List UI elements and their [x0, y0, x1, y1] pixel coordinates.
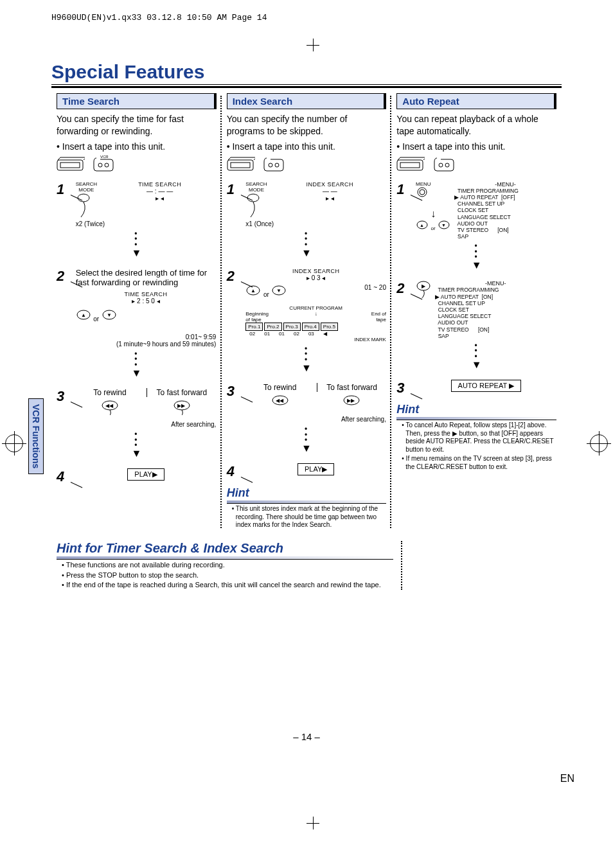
index-mark-label: INDEX MARK [245, 337, 386, 342]
down-button-icon: ▼ [102, 308, 117, 321]
current-program-label: CURRENT PROGRAM [245, 305, 386, 311]
up-button-icon: ▲ [245, 284, 261, 297]
svg-point-31 [418, 188, 427, 197]
crop-mark-icon [590, 434, 608, 452]
step-number: 1 [57, 181, 71, 198]
svg-rect-0 [57, 160, 83, 170]
or-label: or [263, 291, 269, 298]
menu-list: TIMER PROGRAMMING ▶ AUTO REPEAT [ON] CHA… [435, 287, 556, 339]
arrow-down-icon: ↓ [315, 311, 317, 323]
after-searching-label: After searching, [245, 416, 386, 423]
hint-text: • These functions are not available duri… [62, 561, 393, 570]
page-number: – 14 – [51, 731, 562, 742]
button-label: SEARCH MODE [76, 181, 97, 193]
down-button-icon: ▼ [271, 284, 287, 297]
flow-arrow-icon: •••▼ [57, 432, 217, 459]
side-tab-vcr-functions: VCR Functions [28, 398, 44, 474]
tape-vcr-icons [396, 155, 556, 172]
osd-value: ▸ 2 : 5 0 ◂ [76, 297, 217, 305]
program-row: Pro.1 Pro.2 Pro.3 Pro.4 Pro.5 [245, 323, 386, 331]
column-time-search: Time Search You can specify the time for… [51, 93, 222, 531]
intro-text: You can specify the number of programs t… [227, 113, 387, 137]
svg-rect-15 [231, 163, 250, 168]
svg-point-5 [78, 194, 89, 202]
end-label: End of tape [360, 311, 386, 323]
column-auto-repeat: Auto Repeat You can repeat playback of a… [391, 93, 562, 531]
right-button-icon: ▶ [416, 280, 431, 298]
up-button-icon: ▲ [76, 308, 91, 321]
svg-text:◀◀: ◀◀ [276, 398, 284, 403]
rewind-button-icon: ◀◀ [101, 400, 119, 415]
svg-text:▲: ▲ [251, 288, 256, 294]
hint-text: • To cancel Auto Repeat, follow steps [1… [402, 421, 556, 454]
flow-arrow-icon: •••▼ [396, 244, 556, 271]
up-button-icon: ▲ [416, 220, 429, 230]
svg-point-30 [445, 163, 449, 167]
crop-mark-icon [306, 39, 319, 51]
step-number: 3 [227, 383, 241, 400]
svg-rect-1 [60, 163, 80, 168]
insert-tape-text: • Insert a tape into this unit. [57, 141, 217, 152]
page-title: Special Features [51, 61, 562, 88]
menu-title: -MENU- [454, 181, 556, 188]
remote-button-icon [76, 193, 95, 218]
flow-arrow-icon: •••▼ [57, 231, 217, 259]
tape-vcr-icons: VCR [57, 155, 217, 172]
section-head-index-search: Index Search [227, 93, 387, 109]
page-header-meta: H9600UD(EN)v1.qx33 03.12.8 10:50 AM Page… [51, 13, 587, 22]
svg-text:▼: ▼ [441, 223, 446, 227]
index-mark-row: 02 01 01 02 03 ◀ [245, 331, 386, 337]
play-button-box: PLAY▶ [298, 463, 334, 475]
step-number: 4 [57, 468, 71, 485]
crop-mark-icon [306, 817, 319, 829]
svg-rect-28 [400, 163, 420, 168]
osd-label: TIME SEARCH [76, 291, 217, 297]
range-text: 01 ~ 20 [364, 284, 386, 291]
osd-label: INDEX SEARCH [245, 268, 386, 274]
svg-text:▶▶: ▶▶ [347, 398, 355, 403]
to-rewind-label: To rewind [76, 388, 145, 397]
menu-button-label: MENU [416, 181, 450, 187]
hint-text: • If the end of the tape is reached duri… [62, 581, 393, 590]
svg-text:▼: ▼ [276, 288, 281, 294]
svg-point-16 [269, 163, 272, 167]
hint-text: • If menu remains on the TV screen at st… [402, 455, 556, 471]
svg-rect-14 [227, 160, 253, 170]
press-count: x1 (Once) [245, 220, 386, 227]
step-number: 1 [227, 181, 241, 198]
remote-button-icon [245, 193, 265, 218]
hint-heading: Hint [227, 486, 387, 504]
insert-tape-text: • Insert a tape into this unit. [227, 141, 387, 152]
hint-text: • Press the STOP button to stop the sear… [62, 571, 393, 580]
press-count: x2 (Twice) [76, 220, 217, 227]
flow-arrow-icon: •••▼ [227, 427, 387, 454]
hint-text: • This unit stores index mark at the beg… [232, 505, 387, 529]
menu-button-icon [416, 187, 431, 206]
auto-repeat-box: AUTO REPEAT ▶ [451, 380, 521, 392]
svg-text:▲: ▲ [81, 312, 86, 318]
step-number: 4 [227, 463, 241, 480]
flow-arrow-icon: •••▼ [57, 351, 217, 379]
svg-point-32 [420, 190, 425, 195]
svg-point-3 [105, 163, 109, 167]
to-ff-label: To fast forward [317, 383, 386, 392]
hint-heading: Hint [396, 403, 556, 420]
svg-rect-27 [397, 160, 423, 170]
osd-label: INDEX SEARCH [274, 181, 386, 188]
or-label: or [431, 226, 436, 231]
section-head-auto-repeat: Auto Repeat [396, 93, 556, 109]
range-text: 0:01~ 9:59 [76, 333, 217, 341]
column-index-search: Index Search You can specify the number … [222, 93, 392, 531]
step-number: 2 [227, 268, 241, 285]
step-number: 3 [396, 380, 411, 396]
rewind-button-icon: ◀◀ [271, 394, 289, 410]
range-note: (1 minute~9 hours and 59 minutes) [76, 341, 217, 348]
osd-value: ▸ 0 3 ◂ [245, 274, 386, 281]
after-searching-label: After searching, [76, 421, 217, 428]
crop-mark-icon [5, 434, 23, 452]
down-button-icon: ▼ [438, 220, 450, 230]
intro-text: You can specify the time for fast forwar… [57, 113, 217, 137]
svg-point-2 [98, 163, 102, 167]
footer-hint: Hint for Timer Search & Index Search • T… [57, 541, 402, 590]
menu-list: TIMER PROGRAMMING ▶ AUTO REPEAT [OFF] CH… [454, 188, 556, 240]
